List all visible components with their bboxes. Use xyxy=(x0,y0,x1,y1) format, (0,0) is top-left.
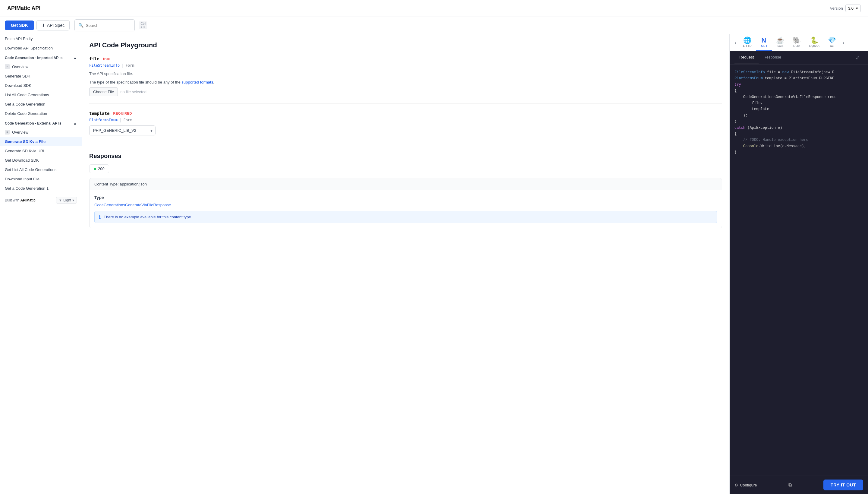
version-dropdown[interactable]: 3.0 ▾ xyxy=(845,4,861,12)
template-select-wrapper: PHP_GENERIC_LIB_V2 JAVA_ECLIPSE_JRE_LIB … xyxy=(89,126,156,135)
lang-tab-prev[interactable]: ‹ xyxy=(732,37,739,48)
sidebar-group-code-gen-external: Code Generation - External AP Is ▲ ≡ Ove… xyxy=(0,118,82,193)
chevron-up-icon: ▲ xyxy=(73,56,77,60)
sidebar-group-code-gen-imported: Code Generation - Imported AP Is ▲ ≡ Ove… xyxy=(0,53,82,118)
code-line-2: PlatformsEnum template = PlatformsEnum.P… xyxy=(734,75,863,81)
sidebar-item-generate-sdk[interactable]: Generate SDK xyxy=(0,72,82,81)
param-row-template: template REQUIRED PlatformsEnum | Form P… xyxy=(89,111,722,143)
code-line-13: Console.WriteLine(e.Message); xyxy=(734,143,863,149)
code-line-5: CodeGenerationsGenerateViaFileResponse r… xyxy=(734,94,863,100)
choose-file-button[interactable]: Choose File xyxy=(89,88,118,96)
doc-icon: ≡ xyxy=(5,64,9,69)
version-value: 3.0 xyxy=(848,6,853,11)
lang-tab-ruby[interactable]: 💎 Ru xyxy=(824,34,840,51)
sidebar-top-section: Fetch API Entity Download API Specificat… xyxy=(0,34,82,53)
response-card: Content Type: application/json Type Code… xyxy=(89,178,722,228)
sidebar-group-header-imported[interactable]: Code Generation - Imported AP Is ▲ xyxy=(0,53,82,62)
content-type-bar: Content Type: application/json xyxy=(90,178,722,190)
doc-icon-2: ≡ xyxy=(5,130,9,134)
template-select[interactable]: PHP_GENERIC_LIB_V2 JAVA_ECLIPSE_JRE_LIB … xyxy=(89,126,156,135)
sidebar-group-header-external[interactable]: Code Generation - External AP Is ▲ xyxy=(0,118,82,127)
chevron-up-icon-2: ▲ xyxy=(73,121,77,126)
info-box: ℹ There is no example available for this… xyxy=(94,211,717,223)
search-input[interactable] xyxy=(86,23,137,28)
version-selector[interactable]: Version 3.0 ▾ xyxy=(830,4,861,12)
chevron-down-icon: ▾ xyxy=(856,6,858,11)
theme-selector[interactable]: ☀ Light ▾ xyxy=(56,197,77,204)
sidebar-item-gen-sdk-via-url[interactable]: Generate SD Kvia URL xyxy=(0,146,82,156)
sun-icon: ☀ xyxy=(59,198,62,202)
code-line-12: // TODO: Handle exception here xyxy=(734,137,863,143)
code-line-11: { xyxy=(734,131,863,137)
api-spec-button[interactable]: ⬇ API Spec xyxy=(37,20,70,31)
content-area: API Code Playground file true FileStream… xyxy=(82,34,729,494)
code-line-9: } xyxy=(734,118,863,125)
search-icon: 🔍 xyxy=(78,23,83,28)
code-block: FileStreamInfo file = new FileStreamInfo… xyxy=(730,64,868,476)
built-with-label: Built with APIMatic xyxy=(5,198,36,202)
sidebar-item-get-code-gen-1[interactable]: Get a Code Generation 1 xyxy=(0,184,82,193)
param-row-file: file true FileStreamInfo | Form The API … xyxy=(89,56,722,104)
sidebar-item-download-sdk[interactable]: Download SDK xyxy=(0,81,82,90)
gear-icon: ⚙ xyxy=(734,483,738,487)
code-line-8: ); xyxy=(734,113,863,118)
sidebar-item-overview-1[interactable]: ≡ Overview xyxy=(0,62,82,72)
copy-button[interactable]: ⧉ xyxy=(787,481,793,489)
status-code: 200 xyxy=(98,167,104,171)
chevron-down-icon-2: ▾ xyxy=(72,198,74,202)
lang-tab-java[interactable]: ☕ Java xyxy=(772,34,788,51)
supported-formats-link[interactable]: supported formats xyxy=(181,80,213,84)
lang-tab-http[interactable]: 🌐 HTTP xyxy=(739,34,756,51)
lang-tabs: ‹ 🌐 HTTP N .NET ☕ Java 🐘 PHP 🐍 Python xyxy=(730,34,868,51)
version-label: Version xyxy=(830,6,843,11)
type-label: Type xyxy=(94,195,717,200)
param-type-row-file: FileStreamInfo | Form xyxy=(89,63,722,68)
param-name-template: template xyxy=(89,111,110,116)
file-name-label: no file selected xyxy=(120,90,146,94)
sidebar-item-download-input-file[interactable]: Download Input File xyxy=(0,174,82,184)
lang-tab-php[interactable]: 🐘 PHP xyxy=(788,34,805,51)
copy-icon: ⧉ xyxy=(788,482,792,487)
php-icon: 🐘 xyxy=(793,37,801,44)
try-it-out-button[interactable]: TRY IT OUT xyxy=(823,479,863,490)
page-title: API Code Playground xyxy=(89,41,722,49)
sidebar-item-get-code-gen[interactable]: Get a Code Generation xyxy=(0,99,82,109)
panel-footer: ⚙ Configure ⧉ TRY IT OUT xyxy=(730,476,868,494)
sidebar-item-get-download-sdk[interactable]: Get Download SDK xyxy=(0,156,82,165)
sidebar-item-fetch-api-entity[interactable]: Fetch API Entity xyxy=(0,34,82,43)
param-header-template: template REQUIRED xyxy=(89,111,722,116)
toolbar: Get SDK ⬇ API Spec 🔍 Ctrl + K xyxy=(0,17,868,34)
code-line-10: catch (ApiException e) xyxy=(734,125,863,131)
sidebar-item-download-api-spec[interactable]: Download API Specification xyxy=(0,43,82,53)
expand-button[interactable]: ⤢ xyxy=(852,51,863,64)
lang-tab-next[interactable]: › xyxy=(840,37,847,48)
param-type-row-template: PlatformsEnum | Form xyxy=(89,118,722,122)
param-location-file: Form xyxy=(126,63,134,68)
ruby-icon: 💎 xyxy=(828,37,836,44)
dotnet-icon: N xyxy=(761,37,766,44)
file-input-row: Choose File no file selected xyxy=(89,88,722,96)
search-box[interactable]: 🔍 Ctrl + K xyxy=(75,19,135,31)
sidebar-item-list-all-code-gens[interactable]: List All Code Generations xyxy=(0,90,82,99)
response-body: Type CodeGenerationsGenerateViaFileRespo… xyxy=(90,190,722,228)
content-type-value: application/json xyxy=(120,182,147,186)
param-desc2-file: The type of the specification file shoul… xyxy=(89,79,722,86)
code-line-1: FileStreamInfo file = new FileStreamInfo… xyxy=(734,69,863,75)
sidebar-item-get-list-all-code-gens[interactable]: Get List All Code Generations xyxy=(0,165,82,174)
sidebar-item-gen-sdk-via-file[interactable]: Generate SD Kvia File xyxy=(0,137,82,146)
get-sdk-button[interactable]: Get SDK xyxy=(5,20,34,30)
sidebar-footer: Built with APIMatic ☀ Light ▾ xyxy=(0,193,82,207)
configure-button[interactable]: ⚙ Configure xyxy=(734,483,757,487)
param-type-file: FileStreamInfo xyxy=(89,63,120,68)
lang-tab-dotnet[interactable]: N .NET xyxy=(756,34,772,51)
response-tab[interactable]: Response xyxy=(758,51,786,64)
main-layout: Fetch API Entity Download API Specificat… xyxy=(0,34,868,494)
sidebar-item-delete-code-gen[interactable]: Delete Code Generation xyxy=(0,109,82,118)
code-line-3: try xyxy=(734,82,863,88)
header: APIMatic API Version 3.0 ▾ xyxy=(0,0,868,17)
response-200-tab[interactable]: 200 xyxy=(89,164,109,173)
type-link[interactable]: CodeGenerationsGenerateViaFileResponse xyxy=(94,203,171,207)
lang-tab-python[interactable]: 🐍 Python xyxy=(805,34,824,51)
sidebar-item-overview-2[interactable]: ≡ Overview xyxy=(0,127,82,137)
request-tab[interactable]: Request xyxy=(734,51,758,64)
